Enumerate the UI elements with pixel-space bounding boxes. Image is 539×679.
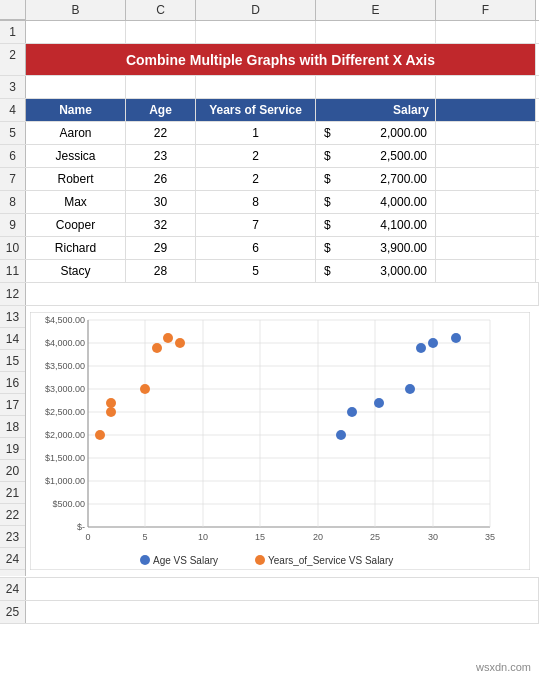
svg-text:$4,000.00: $4,000.00 [45,338,85,348]
dot-blue-jessica [347,407,357,417]
dot-blue-cooper [451,333,461,343]
svg-text:10: 10 [198,532,208,542]
row-24: 24 [0,578,539,601]
cell-years-5: 1 [196,122,316,144]
svg-point-39 [255,555,265,565]
row-11: 11 Stacy 28 5 $3,000.00 [0,260,539,283]
row-12: 12 [0,283,539,306]
svg-text:$-: $- [77,522,85,532]
svg-text:5: 5 [142,532,147,542]
dot-orange-richard [152,343,162,353]
svg-text:0: 0 [85,532,90,542]
rownum-5: 5 [0,122,26,144]
cell-age-10: 29 [126,237,196,259]
svg-text:$2,000.00: $2,000.00 [45,430,85,440]
cell-salary-6: $2,500.00 [316,145,436,167]
svg-text:$3,500.00: $3,500.00 [45,361,85,371]
row-1: 1 [0,21,539,44]
rownum-11: 11 [0,260,26,282]
svg-text:$2,500.00: $2,500.00 [45,407,85,417]
cell-age-6: 23 [126,145,196,167]
data-rows: 5 Aaron 22 1 $2,000.00 6 Jessica 23 2 $2… [0,122,539,283]
row-7: 7 Robert 26 2 $2,700.00 [0,168,539,191]
chart-row-nums: 13 14 15 16 17 18 19 20 21 22 23 24 [0,306,26,576]
title-cell: Combine Multiple Graphs with Different X… [26,44,536,75]
cell-age-7: 26 [126,168,196,190]
svg-point-38 [140,555,150,565]
dot-orange-stacy [140,384,150,394]
rownum-8: 8 [0,191,26,213]
cell-salary-11: $3,000.00 [316,260,436,282]
rownum-12: 12 [0,283,26,305]
column-headers: B C D E F [0,0,539,21]
dot-orange-cooper [163,333,173,343]
spreadsheet: B C D E F 1 2 Combine Multiple Graphs wi… [0,0,539,624]
row-10: 10 Richard 29 6 $3,900.00 [0,237,539,260]
cell-salary-5: $2,000.00 [316,122,436,144]
cell-years-11: 5 [196,260,316,282]
chart-wrapper: $4,500.00 $4,000.00 $3,500.00 $3,000.00 … [26,306,539,577]
svg-text:$1,000.00: $1,000.00 [45,476,85,486]
col-header-c: C [126,0,196,20]
chart-row: 13 14 15 16 17 18 19 20 21 22 23 24 [0,306,539,578]
row-25: 25 [0,601,539,624]
row-4: 4 Name Age Years of Service Salary [0,99,539,122]
cell-age-9: 32 [126,214,196,236]
row-3: 3 [0,76,539,99]
dot-blue-robert [374,398,384,408]
cell-name-9: Cooper [26,214,126,236]
legend-blue-label: Age VS Salary [153,555,218,566]
svg-text:30: 30 [428,532,438,542]
cell-years-6: 2 [196,145,316,167]
dot-blue-richard [416,343,426,353]
svg-text:$500.00: $500.00 [52,499,85,509]
dot-orange-robert [106,398,116,408]
dot-blue-aaron [336,430,346,440]
svg-text:$1,500.00: $1,500.00 [45,453,85,463]
dot-blue-stacy [405,384,415,394]
svg-text:35: 35 [485,532,495,542]
cell-age-11: 28 [126,260,196,282]
row-6: 6 Jessica 23 2 $2,500.00 [0,145,539,168]
cell-name-11: Stacy [26,260,126,282]
header-salary: Salary [316,99,436,121]
rownum-24: 24 [0,578,26,600]
row-2: 2 Combine Multiple Graphs with Different… [0,44,539,76]
rownum-7: 7 [0,168,26,190]
header-years: Years of Service [196,99,316,121]
col-header-e: E [316,0,436,20]
dot-orange-jessica [106,407,116,417]
col-header-f: F [436,0,536,20]
cell-salary-9: $4,100.00 [316,214,436,236]
watermark: wsxdn.com [476,661,531,673]
svg-text:15: 15 [255,532,265,542]
dot-blue-max [428,338,438,348]
cell-age-8: 30 [126,191,196,213]
cell-salary-8: $4,000.00 [316,191,436,213]
cell-years-9: 7 [196,214,316,236]
rownum-2: 2 [0,44,26,75]
col-header-b: B [26,0,126,20]
dot-orange-aaron [95,430,105,440]
svg-text:25: 25 [370,532,380,542]
cell-name-5: Aaron [26,122,126,144]
rownum-6: 6 [0,145,26,167]
corner-cell [0,0,26,20]
rownum-10: 10 [0,237,26,259]
cell-salary-10: $3,900.00 [316,237,436,259]
dot-orange-max [175,338,185,348]
rownum-3: 3 [0,76,26,98]
cell-years-7: 2 [196,168,316,190]
cell-salary-7: $2,700.00 [316,168,436,190]
legend-orange-label: Years_of_Service VS Salary [268,555,393,566]
row-8: 8 Max 30 8 $4,000.00 [0,191,539,214]
row-5: 5 Aaron 22 1 $2,000.00 [0,122,539,145]
row-9: 9 Cooper 32 7 $4,100.00 [0,214,539,237]
col-header-d: D [196,0,316,20]
svg-text:20: 20 [313,532,323,542]
cell-years-8: 8 [196,191,316,213]
rownum-1: 1 [0,21,26,43]
rownum-25: 25 [0,601,26,623]
svg-rect-0 [30,312,530,570]
cell-years-10: 6 [196,237,316,259]
